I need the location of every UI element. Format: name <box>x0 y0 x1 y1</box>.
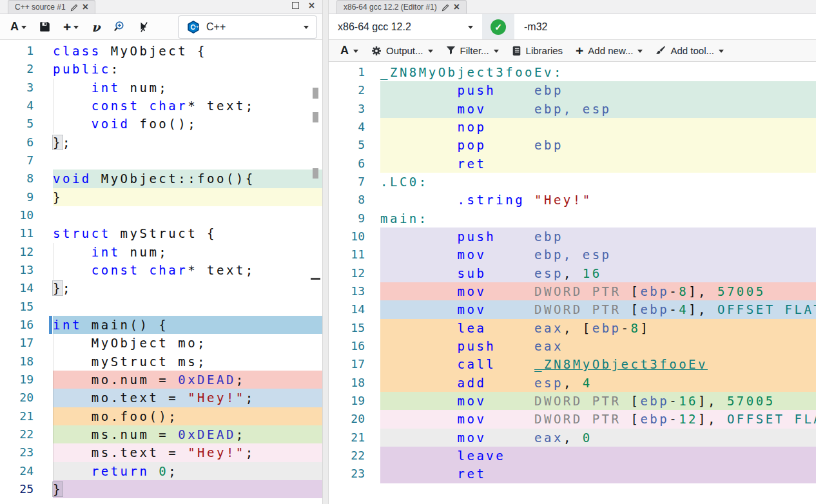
line-content[interactable]: .string "Hey!" <box>380 191 816 209</box>
line-content[interactable]: pop ebp <box>380 136 816 154</box>
line-content[interactable]: nop <box>380 118 816 136</box>
code-line[interactable]: 2 push ebp <box>329 81 816 99</box>
code-line[interactable]: 13 const char* text; <box>0 261 322 279</box>
line-content[interactable]: push ebp <box>380 228 816 246</box>
code-line[interactable]: 10 push ebp <box>329 228 816 246</box>
line-content[interactable]: } <box>53 188 322 206</box>
code-line[interactable]: 18 add esp, 4 <box>329 374 816 392</box>
line-content[interactable]: mo.foo(); <box>53 407 322 425</box>
compiler-select[interactable]: x86-64 gcc 12.2 <box>329 14 482 39</box>
code-line[interactable]: 5 pop ebp <box>329 136 816 154</box>
line-content[interactable]: leave <box>380 447 816 465</box>
line-content[interactable] <box>53 151 322 170</box>
tab-close-icon[interactable]: × <box>83 2 88 12</box>
font-size-button[interactable]: A <box>334 40 365 61</box>
tab-source[interactable]: C++ source #1 × <box>8 0 95 14</box>
line-content[interactable]: }; <box>53 133 322 151</box>
line-content[interactable] <box>53 298 322 316</box>
code-line[interactable]: 11 mov ebp, esp <box>329 246 816 264</box>
line-content[interactable]: void foo(); <box>53 115 322 133</box>
font-size-button[interactable]: A <box>4 14 33 39</box>
rename-pencil-icon[interactable] <box>442 3 449 12</box>
tab-close-icon[interactable]: × <box>454 2 460 12</box>
line-content[interactable]: const char* text; <box>53 261 322 279</box>
code-line[interactable]: 12 sub esp, 16 <box>329 264 816 282</box>
line-content[interactable]: lea eax, [ebp-8] <box>380 319 816 337</box>
line-content[interactable]: mov ebp, esp <box>380 246 816 264</box>
code-line[interactable]: 3 mov ebp, esp <box>329 100 816 118</box>
line-content[interactable]: ms.text = "Hey!"; <box>53 443 322 461</box>
code-line[interactable]: 11struct myStruct { <box>0 224 322 242</box>
line-content[interactable]: ret <box>380 155 816 173</box>
filter-button[interactable]: Filter... <box>440 40 505 61</box>
assembly-output-editor[interactable]: 1_ZN8MyObject3fooEv:2 push ebp3 mov ebp,… <box>329 62 816 504</box>
line-content[interactable]: const char* text; <box>53 97 322 115</box>
code-line[interactable]: 5 void foo(); <box>0 115 322 133</box>
language-select[interactable]: C ++ C++ <box>178 15 317 39</box>
line-content[interactable]: class MyObject { <box>53 42 322 60</box>
compiler-options-input[interactable] <box>514 14 816 39</box>
line-content[interactable]: ms.num = 0xDEAD; <box>53 425 322 443</box>
code-line[interactable]: 25} <box>0 480 322 498</box>
code-line[interactable]: 6}; <box>0 133 322 151</box>
code-line[interactable]: 10 <box>0 206 322 224</box>
line-content[interactable]: mo.num = 0xDEAD; <box>53 371 322 389</box>
code-line[interactable]: 9main: <box>329 209 816 228</box>
line-content[interactable]: }; <box>53 279 322 297</box>
code-line[interactable]: 14}; <box>0 279 322 297</box>
line-content[interactable]: .LC0: <box>380 173 816 191</box>
code-line[interactable]: 13 mov DWORD PTR [ebp-8], 57005 <box>329 282 816 300</box>
line-content[interactable] <box>53 206 322 224</box>
line-content[interactable]: mo.text = "Hey!"; <box>53 389 322 407</box>
add-tool-button[interactable]: Add tool... <box>649 40 730 61</box>
code-line[interactable]: 20 mov DWORD PTR [ebp-12], OFFSET FLAT:.… <box>329 410 816 428</box>
code-line[interactable]: 20 mo.text = "Hey!"; <box>0 389 322 407</box>
line-content[interactable]: MyObject mo; <box>53 334 322 352</box>
code-line[interactable]: 21 mo.foo(); <box>0 407 322 425</box>
code-line[interactable]: 1class MyObject { <box>0 42 322 60</box>
code-line[interactable]: 15 <box>0 298 322 316</box>
code-line[interactable]: 14 mov DWORD PTR [ebp-4], OFFSET FLAT:.L… <box>329 300 816 318</box>
add-pane-button[interactable]: + <box>57 14 85 39</box>
tab-compiler[interactable]: x86-64 gcc 12.2 (Editor #1) × <box>336 0 467 14</box>
code-line[interactable]: 15 lea eax, [ebp-8] <box>329 319 816 337</box>
line-content[interactable]: sub esp, 16 <box>380 264 816 282</box>
line-content[interactable]: public: <box>53 60 322 78</box>
line-content[interactable]: myStruct ms; <box>53 353 322 371</box>
code-line[interactable]: 22 leave <box>329 447 816 465</box>
code-line[interactable]: 7.LC0: <box>329 173 816 191</box>
code-line[interactable]: 17 MyObject mo; <box>0 334 322 352</box>
code-line[interactable]: 22 ms.num = 0xDEAD; <box>0 425 322 443</box>
code-line[interactable]: 6 ret <box>329 155 816 173</box>
libraries-button[interactable]: Libraries <box>505 40 570 61</box>
line-content[interactable]: _ZN8MyObject3fooEv: <box>380 63 816 81</box>
disable-mouse-button[interactable] <box>131 14 156 39</box>
maximize-pane-icon[interactable] <box>292 0 299 12</box>
code-line[interactable]: 16 push eax <box>329 337 816 355</box>
code-line[interactable]: 2public: <box>0 60 322 78</box>
line-content[interactable]: struct myStruct { <box>53 224 322 242</box>
line-content[interactable]: push eax <box>380 337 816 355</box>
line-content[interactable]: mov ebp, esp <box>380 100 816 118</box>
line-content[interactable]: int main() { <box>53 316 322 334</box>
code-line[interactable]: 12 int num; <box>0 243 322 261</box>
code-line[interactable]: 8void MyObject::foo(){ <box>0 170 322 188</box>
source-code-editor[interactable]: 1class MyObject {2public:3 int num;4 con… <box>0 40 322 504</box>
add-new-button[interactable]: + Add new... <box>569 40 649 61</box>
code-line[interactable]: 3 int num; <box>0 79 322 97</box>
code-line[interactable]: 8 .string "Hey!" <box>329 191 816 209</box>
line-content[interactable]: push ebp <box>380 81 816 99</box>
code-line[interactable]: 7 <box>0 151 322 170</box>
code-line[interactable]: 23 ms.text = "Hey!"; <box>0 443 322 461</box>
line-content[interactable]: add esp, 4 <box>380 374 816 392</box>
line-content[interactable]: ret <box>380 465 816 483</box>
line-content[interactable]: int num; <box>53 243 322 261</box>
code-line[interactable]: 17 call _ZN8MyObject3fooEv <box>329 355 816 373</box>
line-content[interactable]: int num; <box>53 79 322 97</box>
line-content[interactable]: mov DWORD PTR [ebp-8], 57005 <box>380 282 816 300</box>
code-line[interactable]: 21 mov eax, 0 <box>329 429 816 447</box>
code-line[interactable]: 19 mo.num = 0xDEAD; <box>0 371 322 389</box>
line-content[interactable]: call _ZN8MyObject3fooEv <box>380 355 816 373</box>
line-content[interactable]: mov eax, 0 <box>380 429 816 447</box>
line-content[interactable]: mov DWORD PTR [ebp-16], 57005 <box>380 392 816 410</box>
